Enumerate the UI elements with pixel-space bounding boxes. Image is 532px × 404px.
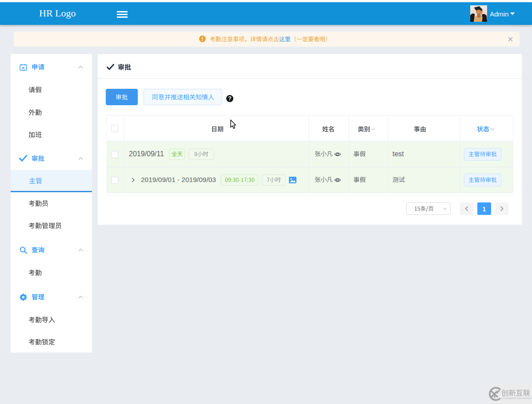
svg-text:?: ?	[228, 95, 232, 102]
